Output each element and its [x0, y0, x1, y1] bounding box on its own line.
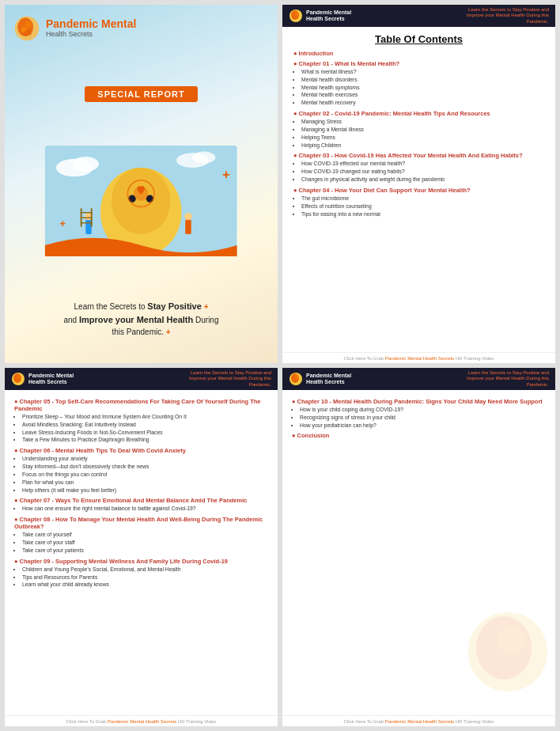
- bullet-item: Managing a Mental Illness: [301, 127, 544, 134]
- header-logo: Pandemic MentalHealth Secrets: [289, 9, 351, 23]
- bullet-item: Take care of your patients: [22, 547, 268, 555]
- tagline-pandemic: this Pandemic.: [112, 328, 164, 336]
- bullet-item: Tips and Resources for Parents: [22, 574, 268, 581]
- chapter-link[interactable]: ● Chapter 02 - Covid-19 Pandemic: Mental…: [293, 110, 544, 117]
- bullet-item: Prioritize Sleep – Your Mood and Immune …: [22, 414, 268, 421]
- cover-tagline: Learn the Secrets to Stay Positive + and…: [56, 300, 227, 338]
- chapter-link[interactable]: ● Introduction: [293, 50, 544, 57]
- svg-point-7: [73, 157, 100, 172]
- bullet-list: Understanding your anxietyStay informed—…: [22, 456, 268, 494]
- page3-sections: ● Chapter 05 - Top Self-Care Recommendat…: [14, 398, 268, 589]
- header-brand-icon: [289, 9, 303, 23]
- logo-name: Pandemic Mental Health Secrets: [46, 18, 136, 38]
- bullet-item: How can one ensure the right mental bala…: [22, 506, 268, 513]
- svg-point-4: [24, 30, 32, 36]
- bullet-item: Avoid Mindless Snacking: Eat Intuitively…: [22, 422, 268, 429]
- chapter-link[interactable]: ● Chapter 03 - How Covid-19 Has Affected…: [293, 152, 544, 159]
- panel4-decoration: [460, 604, 555, 703]
- chapter-link[interactable]: ● Chapter 10 - Mental Health During Pand…: [292, 398, 546, 405]
- bullet-item: The gut microbiome: [301, 195, 544, 203]
- bullet-item: Recognizing signs of stress in your chil…: [300, 415, 546, 422]
- panel3-tagline: Learn the Secrets to Stay Positive and I…: [176, 370, 271, 388]
- bullet-item: Mental health recovery: [301, 100, 544, 107]
- panel3-logo: Pandemic MentalHealth Secrets: [11, 372, 74, 386]
- svg-rect-16: [86, 219, 92, 234]
- chapter-link[interactable]: ● Chapter 06 - Mental Health Tips To Dea…: [14, 447, 268, 454]
- bullet-item: Focus on the things you can control: [22, 472, 268, 479]
- cover-logo: Pandemic Mental Health Secrets: [13, 14, 136, 43]
- bullet-list: How is your child coping during COVID-19…: [300, 407, 546, 429]
- chapter-link[interactable]: ● Chapter 08 - How To Manage Your Mental…: [14, 516, 268, 530]
- bullet-item: Effects of nutrition counseling: [301, 203, 544, 210]
- bullet-item: Changes in physical activity and weight …: [301, 176, 544, 184]
- chapter-link[interactable]: ● Chapter 01 - What Is Mental Health?: [293, 60, 544, 67]
- panel4-logo-text: Pandemic MentalHealth Secrets: [306, 373, 351, 384]
- panel3-footer-link[interactable]: Pandemic Mental Health Secrets: [108, 719, 176, 724]
- bullet-item: How COVID-19 effected our mental health?: [301, 161, 544, 168]
- bullet-item: Help others (it will make you feel bette…: [22, 487, 268, 494]
- tagline-learn: Learn the Secrets to: [74, 302, 146, 311]
- page4-sections: ● Chapter 10 - Mental Health During Pand…: [292, 398, 546, 439]
- bullet-item: Take care of yourself: [22, 532, 268, 539]
- toc-header: Pandemic MentalHealth Secrets Learn the …: [282, 5, 555, 27]
- cover-panel: Pandemic Mental Health Secrets SPECIAL R…: [5, 5, 278, 363]
- panel4-brand-icon: [289, 372, 303, 386]
- tagline-plus1: +: [204, 302, 209, 311]
- panel4-logo: Pandemic MentalHealth Secrets: [289, 372, 351, 386]
- bullet-list: How can one ensure the right mental bala…: [22, 506, 268, 513]
- panel4-tagline: Learn the Secrets to Stay Positive and I…: [454, 370, 549, 388]
- chapter-link[interactable]: ● Chapter 05 - Top Self-Care Recommendat…: [14, 398, 268, 412]
- panel3-logo-text: Pandemic MentalHealth Secrets: [28, 373, 74, 384]
- bullet-item: What is mental illness?: [301, 69, 544, 76]
- special-report-banner: SPECIAL REPORT: [85, 86, 197, 102]
- logo-line2: Health Secrets: [46, 31, 136, 39]
- toc-footer[interactable]: Click Here To Grab Pandemic Mental Healt…: [282, 352, 555, 363]
- chapter-link[interactable]: ● Chapter 04 - How Your Diet Can Support…: [293, 187, 544, 194]
- toc-panel: Pandemic MentalHealth Secrets Learn the …: [282, 5, 555, 363]
- brand-icon: [13, 14, 41, 43]
- tagline-improve: Improve your Mental Health: [79, 315, 193, 324]
- bullet-item: Mental health exercises: [301, 92, 544, 99]
- panel4-footer-link[interactable]: Pandemic Mental Health Secrets: [385, 719, 454, 724]
- bullet-item: Mental health disorders: [301, 77, 544, 84]
- svg-text:+: +: [60, 218, 66, 229]
- bullet-item: Take care of your staff: [22, 540, 268, 547]
- header-tagline: Learn the Secrets to Stay Positive and I…: [454, 7, 549, 25]
- chapter-link[interactable]: ● Chapter 09 - Supporting Mental Wellnes…: [14, 558, 268, 565]
- bullet-item: How COVID-19 changed our eating habits?: [301, 169, 544, 176]
- svg-point-36: [468, 612, 547, 691]
- bullet-item: How your pediatrician can help?: [300, 422, 546, 430]
- bullet-item: Stay informed—but don't obsessively chec…: [22, 464, 268, 471]
- tagline-and: and: [64, 316, 78, 324]
- bullet-item: Plan for what you can: [22, 479, 268, 487]
- bullet-list: Children and Young People's Social, Emot…: [22, 566, 268, 589]
- toc-title: Table Of Contents: [293, 33, 544, 45]
- panel3-brand-icon: [11, 372, 25, 386]
- panel-3: Pandemic MentalHealth Secrets Learn the …: [5, 368, 278, 726]
- tagline-stay-positive: Stay Positive: [147, 301, 201, 311]
- panel4-footer[interactable]: Click Here To Grab Pandemic Mental Healt…: [282, 715, 555, 726]
- panel3-footer[interactable]: Click Here To Grab Pandemic Mental Healt…: [5, 715, 278, 726]
- bullet-item: Mental health symptoms: [301, 85, 544, 92]
- bullet-item: Take a Few Minutes to Practice Diaphragm…: [22, 437, 268, 444]
- panel4-body: ● Chapter 10 - Mental Health During Pand…: [282, 390, 555, 715]
- svg-rect-18: [186, 219, 191, 234]
- tagline-during: During: [195, 316, 218, 324]
- panel3-header: Pandemic MentalHealth Secrets Learn the …: [5, 368, 278, 390]
- bullet-item: Helping Teens: [301, 134, 544, 142]
- bullet-item: How is your child coping during COVID-19…: [300, 407, 546, 414]
- panel3-body: ● Chapter 05 - Top Self-Care Recommendat…: [5, 390, 278, 715]
- bullet-list: Managing StressManaging a Mental Illness…: [301, 119, 544, 149]
- svg-point-2: [25, 21, 32, 28]
- chapter-link[interactable]: ● Conclusion: [292, 432, 546, 439]
- panel-4: Pandemic MentalHealth Secrets Learn the …: [282, 368, 555, 726]
- toc-footer-link[interactable]: Pandemic Mental Health Secrets: [385, 356, 454, 361]
- chapter-link[interactable]: ● Chapter 07 - Ways To Ensure Emotional …: [14, 497, 268, 504]
- svg-point-29: [295, 12, 299, 16]
- tagline-plus2: +: [166, 328, 171, 336]
- svg-rect-24: [81, 222, 93, 223]
- bullet-item: Managing Stress: [301, 119, 544, 126]
- toc-body: Table Of Contents ● Introduction● Chapte…: [282, 27, 555, 352]
- bullet-item: Children and Young People's Social, Emot…: [22, 566, 268, 574]
- svg-point-19: [185, 213, 192, 220]
